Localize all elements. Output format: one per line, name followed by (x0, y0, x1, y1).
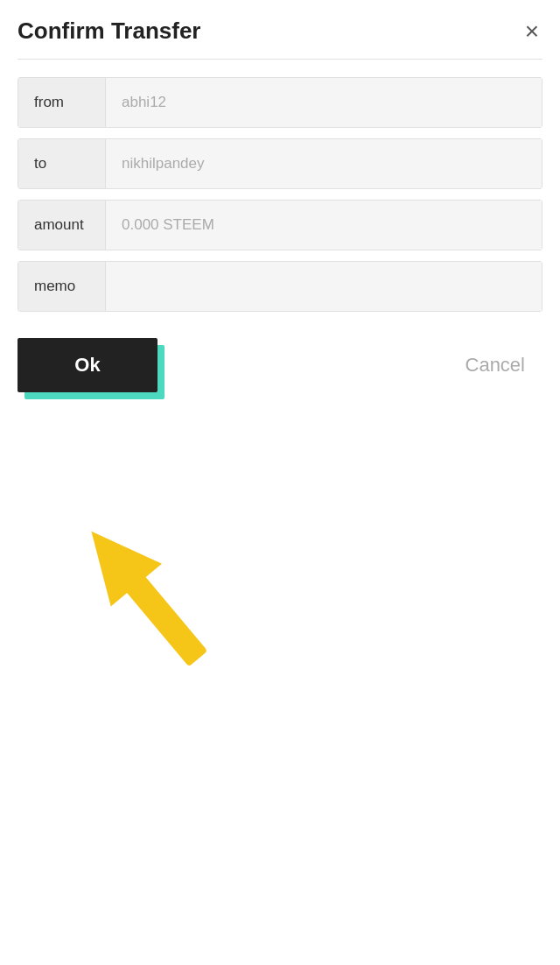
memo-field-row: memo (18, 261, 542, 312)
arrow-annotation (70, 508, 245, 718)
from-value: abhi12 (106, 78, 542, 127)
ok-button[interactable]: Ok (18, 338, 158, 392)
from-label: from (18, 78, 106, 127)
to-field-row: to nikhilpandey (18, 138, 542, 189)
button-row: Ok Cancel (18, 338, 542, 392)
confirm-transfer-dialog: Confirm Transfer × from abhi12 to nikhil… (0, 0, 560, 419)
dialog-header: Confirm Transfer × (18, 18, 542, 60)
to-value: nikhilpandey (106, 139, 542, 188)
arrow-icon (70, 508, 245, 718)
dialog-title: Confirm Transfer (18, 18, 201, 45)
from-field-row: from abhi12 (18, 77, 542, 128)
to-label: to (18, 139, 106, 188)
memo-label: memo (18, 262, 106, 311)
close-button[interactable]: × (522, 19, 542, 44)
cancel-button[interactable]: Cancel (448, 345, 542, 385)
memo-value (106, 262, 542, 311)
amount-value: 0.000 STEEM (106, 201, 542, 250)
ok-btn-wrapper: Ok (18, 338, 158, 392)
amount-field-row: amount 0.000 STEEM (18, 200, 542, 250)
amount-label: amount (18, 201, 106, 250)
